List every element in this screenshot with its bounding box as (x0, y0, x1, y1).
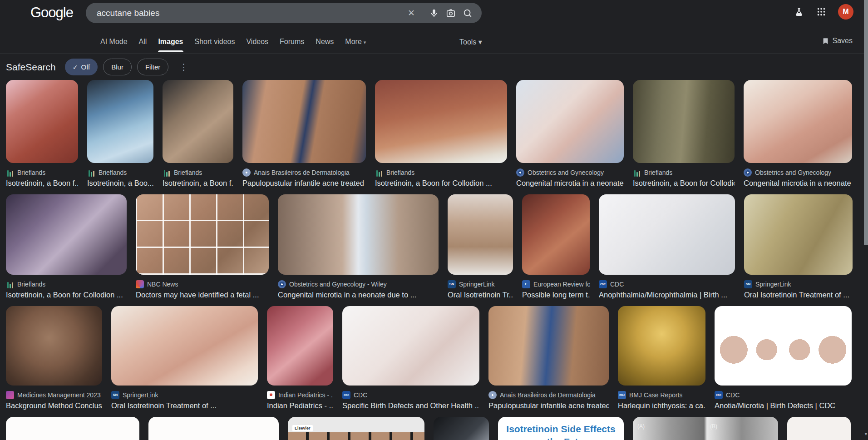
result-thumbnail[interactable] (599, 194, 735, 275)
result-title[interactable]: Congenital microtia in a neonate ... (516, 179, 624, 188)
result-source[interactable]: Anais Brasileiros de Dermatologia (488, 391, 609, 399)
result-title[interactable]: Oral Isotretinoin Treatment of ... (744, 291, 853, 299)
search-input[interactable]: accutane babies (97, 8, 408, 18)
result-thumbnail[interactable]: Isotretinoin Side Effects on the Fetus (498, 417, 624, 440)
scrollbar-thumb[interactable] (864, 0, 868, 245)
result-source[interactable]: SNSpringerLink (448, 280, 513, 288)
result-thumbnail[interactable] (488, 306, 609, 386)
result-thumbnail[interactable] (267, 306, 333, 386)
tab-videos[interactable]: Videos (246, 38, 268, 52)
result-thumbnail[interactable] (6, 80, 78, 163)
result-source[interactable]: CDCCDC (342, 391, 479, 399)
result-title[interactable]: Papulopustular infantile acne treated ..… (488, 401, 609, 410)
result-source[interactable]: CDCCDC (599, 280, 735, 288)
result-title[interactable]: Anotia/Microtia | Birth Defects | CDC (715, 401, 852, 410)
result-source[interactable]: NBC News (136, 280, 269, 288)
result-source[interactable]: Brieflands (163, 168, 233, 177)
result-title[interactable]: Oral Isotretinoin Tr... (448, 291, 513, 299)
result-source[interactable]: Obstetrics and Gynecology (744, 168, 852, 177)
result-title[interactable]: Isotretinoin, a Boon for Collodion ... (375, 179, 507, 188)
tab-news[interactable]: News (316, 38, 334, 52)
search-icon[interactable] (463, 8, 473, 18)
result-source[interactable]: CDCCDC (715, 391, 852, 399)
result-source[interactable]: Medicines Management 2023 →... (6, 391, 102, 399)
result-source[interactable]: BMJBMJ Case Reports (618, 391, 705, 399)
result-thumbnail[interactable] (278, 194, 439, 275)
result-source[interactable]: Brieflands (633, 168, 735, 177)
search-bar[interactable]: accutane babies ✕ (86, 3, 482, 23)
result-source[interactable]: Anais Brasileiros de Dermatologia (242, 168, 366, 177)
result-thumbnail[interactable] (242, 80, 366, 163)
result-title[interactable]: Isotretinoin, a Boo... (87, 179, 153, 188)
result-thumbnail[interactable] (87, 80, 153, 163)
result-source[interactable]: SNSpringerLink (111, 391, 258, 399)
result-source[interactable]: Brieflands (6, 280, 127, 288)
search-labs-icon[interactable] (794, 6, 804, 17)
search-tabs: AI ModeAllImagesShort videosVideosForums… (100, 38, 868, 52)
result-title[interactable]: Isotretinoin, a Boon f... (163, 179, 233, 188)
result-title[interactable]: Anophthalmia/Microphthalmia | Birth ... (599, 291, 735, 299)
result-thumbnail[interactable] (633, 80, 735, 163)
tab-forums[interactable]: Forums (280, 38, 304, 52)
clear-search-icon[interactable]: ✕ (408, 9, 415, 17)
result-title[interactable]: Harlequin ichthyosis: a ca... (618, 401, 705, 410)
result-title[interactable]: Background Method Conclusion (6, 401, 102, 410)
result-thumbnail[interactable] (163, 80, 233, 163)
safesearch-off-pill[interactable]: ✓ Off (65, 59, 98, 75)
result-thumbnail[interactable] (522, 194, 590, 275)
result-thumbnail[interactable] (6, 306, 102, 386)
result-source[interactable]: Obstetrics and Gynecology (516, 168, 624, 177)
lens-camera-icon[interactable] (446, 8, 456, 18)
results-row: ElsevierIsotretinoin Side Effects on the… (6, 417, 851, 440)
result-source[interactable]: EEuropean Review fo... (522, 280, 590, 288)
result-thumbnail[interactable] (516, 80, 624, 163)
result-title[interactable]: Doctors may have identified a fetal ... (136, 291, 269, 299)
result-thumbnail[interactable] (342, 306, 479, 386)
result-source[interactable]: Brieflands (375, 168, 507, 177)
voice-search-icon[interactable] (429, 8, 439, 18)
result-title[interactable]: Possible long term t... (522, 291, 590, 299)
result-thumbnail[interactable] (744, 80, 852, 163)
result-title[interactable]: Oral Isotretinoin Treatment of ... (111, 401, 258, 410)
result-title[interactable]: Isotretinoin, a Boon for Collodion ... (6, 291, 127, 299)
result-source[interactable]: Brieflands (6, 168, 78, 177)
scrollbar-down-arrow[interactable]: ▼ (864, 432, 868, 436)
tab-all[interactable]: All (139, 38, 147, 52)
result-source[interactable]: Brieflands (87, 168, 153, 177)
result-thumbnail[interactable] (6, 417, 139, 440)
result-thumbnail[interactable] (136, 194, 269, 275)
result-thumbnail[interactable] (448, 194, 513, 275)
result-thumbnail[interactable] (434, 417, 489, 440)
result-source[interactable]: SNSpringerLink (744, 280, 853, 288)
result-title[interactable]: Isotretinoin, a Boon f... (6, 179, 78, 188)
safesearch-blur-pill[interactable]: Blur (103, 59, 132, 75)
safesearch-filter-pill[interactable]: Filter (137, 59, 168, 75)
result-thumbnail[interactable] (375, 80, 507, 163)
tab-short-videos[interactable]: Short videos (195, 38, 235, 52)
tab-ai-mode[interactable]: AI Mode (100, 38, 128, 52)
result-thumbnail[interactable]: Elsevier (288, 417, 424, 440)
tab-images[interactable]: Images (158, 38, 183, 52)
account-avatar[interactable]: M (838, 4, 853, 20)
apps-grid-icon[interactable] (816, 7, 826, 17)
safesearch-menu-icon[interactable]: ⋮ (177, 62, 191, 72)
tools-button[interactable]: Tools ▾ (459, 38, 482, 46)
result-thumbnail[interactable] (111, 306, 258, 386)
result-title[interactable]: Specific Birth Defects and Other Health … (342, 401, 479, 410)
result-thumbnail[interactable]: (A)(B) (633, 417, 778, 440)
result-source[interactable]: Indian Pediatrics - ... (267, 391, 333, 399)
result-title[interactable]: Isotretinoin, a Boon for Collodio... (633, 179, 735, 188)
result-thumbnail[interactable] (148, 417, 279, 440)
result-thumbnail[interactable] (744, 194, 853, 275)
result-source[interactable]: Obstetrics and Gynecology - Wiley (278, 280, 439, 288)
result-thumbnail[interactable] (6, 194, 127, 275)
result-thumbnail[interactable] (787, 417, 851, 440)
result-thumbnail[interactable] (618, 306, 705, 386)
result-thumbnail[interactable] (715, 306, 852, 386)
result-title[interactable]: Papulopustular infantile acne treated ..… (242, 179, 366, 188)
saves-button[interactable]: Saves (822, 37, 853, 45)
result-title[interactable]: Congenital microtia in a neonate due to … (278, 291, 439, 299)
tab-more[interactable]: More▾ (345, 38, 366, 52)
result-title[interactable]: Congenital microtia in a neonate ... (744, 179, 852, 188)
result-title[interactable]: Indian Pediatrics - ... (267, 401, 333, 410)
